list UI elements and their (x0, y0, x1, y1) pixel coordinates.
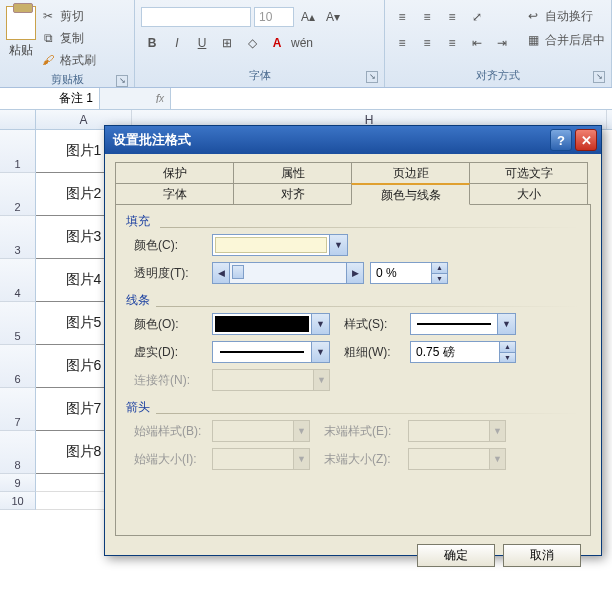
row-header[interactable]: 4 (0, 259, 36, 302)
end-size-label: 末端大小(Z): (324, 451, 402, 468)
end-style-combo: ▼ (408, 420, 506, 442)
dialog-titlebar[interactable]: 设置批注格式 ? ✕ (105, 126, 601, 154)
phonetic-button[interactable]: wén (291, 32, 313, 54)
font-color-button[interactable]: A (266, 32, 288, 54)
border-button[interactable]: ⊞ (216, 32, 238, 54)
row-header[interactable]: 5 (0, 302, 36, 345)
connector-combo: ▼ (212, 369, 330, 391)
align-group-title: 对齐方式↘ (391, 66, 605, 85)
dialog-tab[interactable]: 字体 (115, 183, 234, 205)
underline-button[interactable]: U (191, 32, 213, 54)
dialog-tab[interactable]: 可选文字 (469, 162, 588, 184)
transparency-label: 透明度(T): (134, 265, 206, 282)
chevron-left-icon: ◀ (212, 262, 230, 284)
transparency-slider[interactable]: ◀ ▶ (212, 262, 364, 284)
bold-button[interactable]: B (141, 32, 163, 54)
align-right-button[interactable]: ≡ (441, 32, 463, 54)
brush-icon: 🖌 (40, 52, 56, 68)
line-color-label: 颜色(O): (134, 316, 206, 333)
align-middle-button[interactable]: ≡ (416, 6, 438, 28)
close-button[interactable]: ✕ (575, 129, 597, 151)
connector-label: 连接符(N): (134, 372, 206, 389)
shrink-font-button[interactable]: A▾ (322, 6, 344, 28)
dialog-title: 设置批注格式 (113, 131, 191, 149)
dialog-tab[interactable]: 对齐 (233, 183, 352, 205)
begin-size-combo: ▼ (212, 448, 310, 470)
cut-button[interactable]: ✂剪切 (40, 6, 96, 26)
dialog-tab[interactable]: 保护 (115, 162, 234, 184)
italic-button[interactable]: I (166, 32, 188, 54)
row-header[interactable]: 1 (0, 130, 36, 173)
align-center-button[interactable]: ≡ (416, 32, 438, 54)
line-weight-label: 粗细(W): (344, 344, 404, 361)
clipboard-dialog-launcher[interactable]: ↘ (116, 75, 128, 87)
format-painter-button[interactable]: 🖌格式刷 (40, 50, 96, 70)
line-style-label: 样式(S): (344, 316, 404, 333)
transparency-spinner[interactable]: 0 %▲▼ (370, 262, 448, 284)
align-dialog-launcher[interactable]: ↘ (593, 71, 605, 83)
clipboard-group-title: 剪贴板↘ (6, 70, 128, 89)
dialog-tab[interactable]: 颜色与线条 (351, 183, 470, 205)
scissors-icon: ✂ (40, 8, 56, 24)
select-all-corner[interactable] (0, 110, 36, 129)
copy-button[interactable]: ⧉复制 (40, 28, 96, 48)
indent-dec-button[interactable]: ⇤ (466, 32, 488, 54)
copy-icon: ⧉ (40, 30, 56, 46)
fill-color-combo[interactable]: ▼ (212, 234, 348, 256)
font-name-combo[interactable] (141, 7, 251, 27)
font-group-title: 字体↘ (141, 66, 378, 85)
merge-center-button[interactable]: ▦合并后居中 (525, 30, 605, 50)
fill-color-button[interactable]: ◇ (241, 32, 263, 54)
row-header[interactable]: 10 (0, 492, 36, 510)
ribbon: 粘贴 ✂剪切 ⧉复制 🖌格式刷 剪贴板↘ 10 A▴ A▾ B I U ⊞ ◇ (0, 0, 612, 88)
chevron-down-icon: ▼ (329, 235, 347, 255)
line-style-combo[interactable]: ▼ (410, 313, 516, 335)
help-button[interactable]: ? (550, 129, 572, 151)
tab-panel-colors-lines: 填充 颜色(C): ▼ 透明度(T): ◀ ▶ 0 %▲▼ (115, 204, 591, 536)
row-header[interactable]: 7 (0, 388, 36, 431)
ok-button[interactable]: 确定 (417, 544, 495, 567)
row-header[interactable]: 3 (0, 216, 36, 259)
begin-style-combo: ▼ (212, 420, 310, 442)
line-dash-combo[interactable]: ▼ (212, 341, 330, 363)
wrap-icon: ↩ (525, 8, 541, 24)
align-top-button[interactable]: ≡ (391, 6, 413, 28)
fx-label: fx (100, 88, 170, 109)
line-color-combo[interactable]: ▼ (212, 313, 330, 335)
begin-style-label: 始端样式(B): (134, 423, 206, 440)
align-left-button[interactable]: ≡ (391, 32, 413, 54)
end-style-label: 末端样式(E): (324, 423, 402, 440)
row-header[interactable]: 6 (0, 345, 36, 388)
fill-color-label: 颜色(C): (134, 237, 206, 254)
orientation-button[interactable]: ⤢ (466, 6, 488, 28)
grow-font-button[interactable]: A▴ (297, 6, 319, 28)
row-header[interactable]: 9 (0, 474, 36, 492)
paste-button[interactable]: 粘贴 (6, 6, 36, 59)
font-dialog-launcher[interactable]: ↘ (366, 71, 378, 83)
formula-input[interactable] (170, 88, 612, 109)
indent-inc-button[interactable]: ⇥ (491, 32, 513, 54)
dialog-tab[interactable]: 大小 (469, 183, 588, 205)
line-weight-spinner[interactable]: 0.75 磅▲▼ (410, 341, 516, 363)
begin-size-label: 始端大小(I): (134, 451, 206, 468)
end-size-combo: ▼ (408, 448, 506, 470)
dialog-tab[interactable]: 属性 (233, 162, 352, 184)
dialog-tab[interactable]: 页边距 (351, 162, 470, 184)
line-dash-label: 虚实(D): (134, 344, 206, 361)
font-size-combo[interactable]: 10 (254, 7, 294, 27)
align-bottom-button[interactable]: ≡ (441, 6, 463, 28)
format-comment-dialog: 设置批注格式 ? ✕ 保护属性页边距可选文字 字体对齐颜色与线条大小 填充 颜色… (104, 125, 602, 556)
chevron-right-icon: ▶ (346, 262, 364, 284)
row-header[interactable]: 2 (0, 173, 36, 216)
merge-icon: ▦ (525, 32, 541, 48)
formula-bar: 备注 1 fx (0, 88, 612, 110)
name-box[interactable]: 备注 1 (0, 88, 100, 109)
wrap-text-button[interactable]: ↩自动换行 (525, 6, 605, 26)
row-header[interactable]: 8 (0, 431, 36, 474)
cancel-button[interactable]: 取消 (503, 544, 581, 567)
